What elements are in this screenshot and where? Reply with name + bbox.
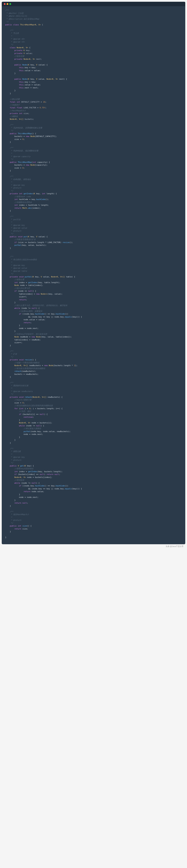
comment: //将当前元素重新散列到新的桶数组 bbox=[14, 367, 45, 370]
comment: //判断是否需要进行扩容 bbox=[14, 238, 36, 241]
brace: { bbox=[41, 24, 43, 26]
maximize-icon[interactable] bbox=[9, 3, 11, 5]
comment: //桶数组 bbox=[10, 115, 18, 118]
keyword: class bbox=[13, 24, 19, 26]
comment: //HashMap的大小 bbox=[10, 110, 26, 112]
comment: * 哈希函数, 获取地址 bbox=[10, 178, 31, 181]
comment: * 扩容 bbox=[10, 353, 17, 355]
comment: * bbox=[10, 387, 12, 390]
window-titlebar bbox=[2, 2, 185, 6]
comment: //获取key对应的地址 bbox=[14, 467, 33, 470]
comment: //获取位置 bbox=[14, 278, 24, 281]
comment: */ bbox=[10, 273, 13, 275]
type-name: ThirdHashMap bbox=[20, 24, 34, 26]
comment: /** bbox=[10, 510, 13, 513]
comment: * bbox=[10, 261, 12, 264]
code-content: /** * @Author 三分恶 * @Date 2021/11/21 * @… bbox=[2, 6, 185, 544]
comment: */ bbox=[10, 158, 13, 160]
comment: * 返回HashMap大小 bbox=[10, 513, 29, 516]
comment: //map大小重新计算 bbox=[14, 399, 32, 401]
comment: * bbox=[10, 221, 12, 223]
comment: * @param newBuckets bbox=[10, 390, 33, 393]
comment: * @return bbox=[10, 230, 21, 232]
comment: * @param key bbox=[10, 456, 25, 458]
comment: * bbox=[10, 453, 12, 456]
comment: //将旧的桶数组的元素全部刷到新的桶数组里 bbox=[14, 404, 53, 407]
comment: * 将元素存入指定的node数组 bbox=[10, 258, 37, 261]
comment: */ bbox=[10, 232, 13, 235]
comment: * @return bbox=[10, 459, 21, 461]
comment: */ bbox=[10, 522, 13, 524]
type: K bbox=[24, 49, 25, 52]
comment: //链表后继 bbox=[14, 55, 24, 57]
comment: * bbox=[10, 181, 12, 183]
comment: /** bbox=[10, 147, 13, 149]
comment: * @Date 2021/11/21 bbox=[5, 15, 27, 17]
comment: * @param key bbox=[10, 184, 25, 186]
comment: */ bbox=[10, 462, 13, 464]
comment: */ bbox=[5, 21, 9, 23]
comment: */ bbox=[10, 356, 13, 358]
comment: * 重新散列当前元素 bbox=[10, 384, 29, 387]
comment: /** bbox=[10, 29, 13, 32]
comment: //默认容量 bbox=[10, 98, 20, 100]
comment: //创建一个两倍容量的桶数组 bbox=[14, 362, 39, 364]
comment: * @param table bbox=[10, 270, 27, 272]
comment: * @param capacity bbox=[10, 155, 31, 158]
comment: * bbox=[10, 152, 12, 155]
comment: * 有参构造器, 指定桶数组容量 bbox=[10, 150, 38, 152]
comment: //获取hash code bbox=[14, 195, 31, 198]
comment: * bbox=[10, 516, 12, 519]
comment: * 节点类 bbox=[10, 32, 19, 34]
comment: /** bbox=[10, 447, 13, 450]
kw: private bbox=[14, 58, 22, 60]
comment: * 无参构造器, 设置桶数组默认容量 bbox=[10, 127, 42, 129]
comment: //如果key相同, 就覆盖掉 bbox=[19, 310, 42, 312]
var: value; bbox=[26, 52, 33, 55]
comment: /** bbox=[10, 175, 13, 178]
comment: //插入位置不为空, 说明发生冲突, 使用链地址法, 遍历链表 bbox=[14, 304, 67, 307]
kw: private bbox=[14, 52, 22, 55]
comment: /** bbox=[10, 124, 13, 126]
comment: /** bbox=[10, 381, 13, 384]
var: key; bbox=[26, 49, 31, 52]
keyword: public bbox=[5, 24, 12, 26]
comment: //插入的位置为空 bbox=[14, 287, 30, 289]
comment: */ bbox=[10, 190, 13, 192]
minimize-icon[interactable] bbox=[7, 3, 8, 5]
var: next; bbox=[36, 58, 42, 60]
comment: /** bbox=[10, 255, 13, 258]
comment: * @param key bbox=[10, 224, 25, 226]
comment: * @param key bbox=[10, 264, 25, 267]
comment: //和桶数组长度取余 bbox=[14, 201, 32, 204]
comment: * 获取元素 bbox=[10, 450, 21, 453]
code-window: /** * @Author 三分恶 * @Date 2021/11/21 * @… bbox=[2, 2, 185, 544]
comment: * @param value bbox=[10, 267, 27, 269]
comment: */ bbox=[10, 393, 13, 395]
close-icon[interactable] bbox=[4, 3, 5, 5]
comment: /** bbox=[10, 350, 13, 352]
comment: * @param value bbox=[10, 227, 27, 229]
comment: */ bbox=[10, 129, 13, 132]
comment: * @param <V> bbox=[10, 41, 25, 43]
comment: //负载因子 bbox=[10, 104, 20, 106]
comment: * put方法 bbox=[10, 218, 21, 221]
type: V bbox=[24, 52, 25, 55]
comment: * @Author 三分恶 bbox=[5, 12, 24, 14]
comment: /** bbox=[5, 9, 9, 11]
comment: //当前key不在链表中, 插入链表头部 bbox=[14, 333, 47, 335]
watermark-text: 头条 @Java干货分享 bbox=[2, 544, 185, 549]
comment: //将元素放入新数组 bbox=[24, 427, 41, 430]
generics: <K, V> bbox=[34, 24, 41, 26]
kw: private bbox=[14, 49, 22, 52]
type: Node<K, V> bbox=[24, 58, 35, 60]
comment: * @Description 自己实现HashMap bbox=[5, 18, 39, 20]
comment: * @param <K> bbox=[10, 38, 25, 40]
comment: * @return bbox=[10, 187, 21, 189]
comment: */ bbox=[10, 43, 13, 46]
comment: * @return bbox=[10, 519, 21, 521]
comment: //查找链表 bbox=[14, 479, 24, 481]
comment: * bbox=[10, 35, 12, 37]
comment: /** bbox=[10, 215, 13, 218]
comment: //为空, 跳过 bbox=[19, 410, 31, 412]
